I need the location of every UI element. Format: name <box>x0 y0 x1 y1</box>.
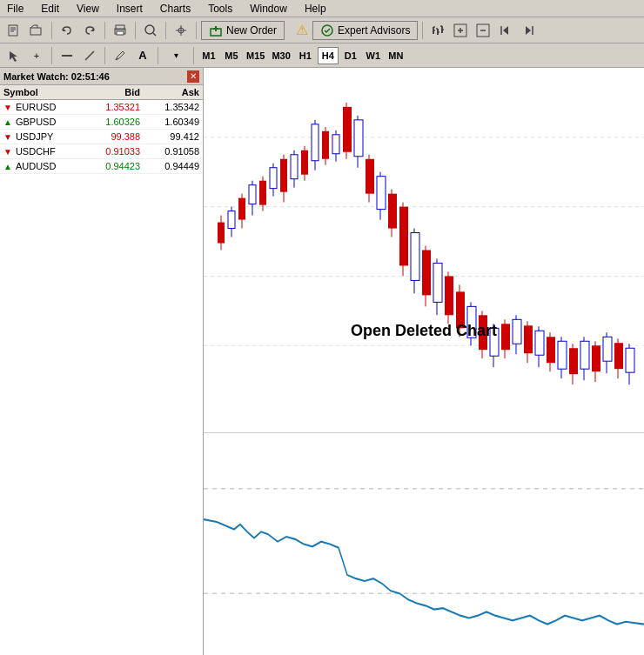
new-order-label: New Order <box>226 24 277 37</box>
zoom-in-btn[interactable] <box>140 21 161 40</box>
svg-rect-73 <box>354 120 363 157</box>
zoom-in-chart-btn[interactable] <box>450 21 471 40</box>
menu-tools[interactable]: Tools <box>205 3 236 15</box>
svg-marker-6 <box>91 28 94 31</box>
svg-rect-75 <box>366 159 374 194</box>
svg-rect-49 <box>228 211 235 229</box>
undo-btn[interactable] <box>57 21 77 40</box>
svg-rect-67 <box>322 131 329 159</box>
bid-cell-3: 0.91033 <box>84 144 144 159</box>
open-btn[interactable] <box>26 21 47 40</box>
svg-rect-77 <box>377 177 386 210</box>
svg-rect-61 <box>291 155 298 179</box>
scroll-right-btn[interactable] <box>518 21 539 40</box>
svg-rect-57 <box>270 168 277 189</box>
svg-rect-109 <box>558 341 567 369</box>
bid-cell-1: 1.60326 <box>84 115 144 130</box>
bid-cell-0: 1.35321 <box>84 100 144 115</box>
expert-advisors-button[interactable]: Expert Advisors <box>312 21 418 40</box>
symbol-cell-4: ▲ AUDUSD <box>0 159 84 174</box>
svg-rect-53 <box>249 185 256 204</box>
svg-rect-105 <box>535 331 544 355</box>
tf-d1[interactable]: D1 <box>340 47 361 64</box>
market-watch-table: Symbol Bid Ask ▼ EURUSD 1.35321 1.35342 … <box>0 85 203 174</box>
symbol-name-2: USDJPY <box>16 131 53 142</box>
pencil-btn[interactable] <box>110 46 131 65</box>
svg-rect-119 <box>614 343 623 369</box>
main-content: Market Watch: 02:51:46 ✕ Symbol Bid Ask … <box>0 68 644 655</box>
menu-charts[interactable]: Charts <box>157 3 194 15</box>
tf-m5[interactable]: M5 <box>221 47 242 64</box>
sep7 <box>51 47 52 64</box>
symbol-cell-2: ▼ USDJPY <box>0 130 84 144</box>
market-watch-row[interactable]: ▲ GBPUSD 1.60326 1.60349 <box>0 115 203 130</box>
ask-cell-4: 0.94449 <box>144 159 203 174</box>
alert-btn[interactable]: ⚠ <box>293 21 311 40</box>
symbol-name-4: AUDUSD <box>16 161 56 171</box>
tf-w1[interactable]: W1 <box>363 47 384 64</box>
trendline-btn[interactable] <box>79 46 100 65</box>
text-btn[interactable]: A <box>132 46 153 65</box>
tf-h4[interactable]: H4 <box>318 47 339 64</box>
tf-m30[interactable]: M30 <box>269 47 292 64</box>
svg-rect-115 <box>592 345 600 371</box>
new-order-button[interactable]: New Order <box>201 21 285 40</box>
svg-rect-107 <box>547 337 555 363</box>
tf-mn[interactable]: MN <box>386 47 406 64</box>
svg-rect-47 <box>218 223 225 244</box>
ask-cell-0: 1.35342 <box>144 100 203 115</box>
new-chart-btn[interactable] <box>3 21 24 40</box>
svg-marker-33 <box>503 26 508 35</box>
menu-view[interactable]: View <box>73 3 103 15</box>
cursor-type-btn[interactable]: ▾ <box>163 46 189 65</box>
indicator-svg <box>204 433 644 655</box>
toolbar1: New Order ⚠ Expert Advisors <box>0 17 644 43</box>
bar-chart-btn[interactable] <box>427 21 448 40</box>
col-symbol: Symbol <box>0 85 84 100</box>
cursor-btn[interactable] <box>3 46 24 65</box>
svg-rect-117 <box>603 337 612 361</box>
svg-rect-111 <box>569 348 578 374</box>
market-watch-row[interactable]: ▼ USDCHF 0.91033 0.91058 <box>0 144 203 159</box>
market-watch-panel: Market Watch: 02:51:46 ✕ Symbol Bid Ask … <box>0 68 204 655</box>
market-watch-close[interactable]: ✕ <box>187 70 199 83</box>
toolbar2: + A ▾ M1 M5 M15 M30 H1 H4 D1 W1 MN <box>0 43 644 68</box>
market-watch-row[interactable]: ▼ EURUSD 1.35321 1.35342 <box>0 100 203 115</box>
col-ask: Ask <box>144 85 203 100</box>
candlestick-chart[interactable]: Open Deleted Chart <box>204 68 644 433</box>
hline-btn[interactable] <box>57 46 77 65</box>
zoom-out-chart-btn[interactable] <box>473 21 493 40</box>
crosshair-btn[interactable] <box>171 21 191 40</box>
ask-cell-3: 0.91058 <box>144 144 203 159</box>
tf-m15[interactable]: M15 <box>244 47 267 64</box>
symbol-cell-0: ▼ EURUSD <box>0 100 84 115</box>
print-btn[interactable] <box>110 21 131 40</box>
crosshair2-btn[interactable]: + <box>26 46 47 65</box>
menu-bar: File Edit View Insert Charts Tools Windo… <box>0 0 644 17</box>
menu-insert[interactable]: Insert <box>113 3 146 15</box>
symbol-name-0: EURUSD <box>16 102 56 112</box>
ask-cell-2: 99.412 <box>144 130 203 144</box>
svg-marker-37 <box>10 51 17 62</box>
scroll-left-btn[interactable] <box>495 21 516 40</box>
redo-btn[interactable] <box>79 21 100 40</box>
svg-rect-81 <box>399 207 408 266</box>
svg-marker-35 <box>526 26 531 35</box>
svg-rect-59 <box>280 159 287 192</box>
market-watch-row[interactable]: ▲ AUDUSD 0.94423 0.94449 <box>0 159 203 174</box>
menu-help[interactable]: Help <box>301 3 330 15</box>
menu-window[interactable]: Window <box>246 3 291 15</box>
svg-rect-83 <box>411 233 419 281</box>
svg-rect-55 <box>259 181 266 205</box>
sep9 <box>158 47 158 64</box>
market-watch-header: Market Watch: 02:51:46 ✕ <box>0 68 203 85</box>
menu-edit[interactable]: Edit <box>37 3 63 15</box>
tf-h1[interactable]: H1 <box>295 47 316 64</box>
sep10 <box>193 47 194 64</box>
menu-file[interactable]: File <box>3 3 27 15</box>
symbol-name-3: USDCHF <box>16 146 56 157</box>
ask-cell-1: 1.60349 <box>144 115 203 130</box>
market-watch-row[interactable]: ▼ USDJPY 99.388 99.412 <box>0 130 203 144</box>
svg-rect-4 <box>30 28 41 35</box>
tf-m1[interactable]: M1 <box>198 47 219 64</box>
